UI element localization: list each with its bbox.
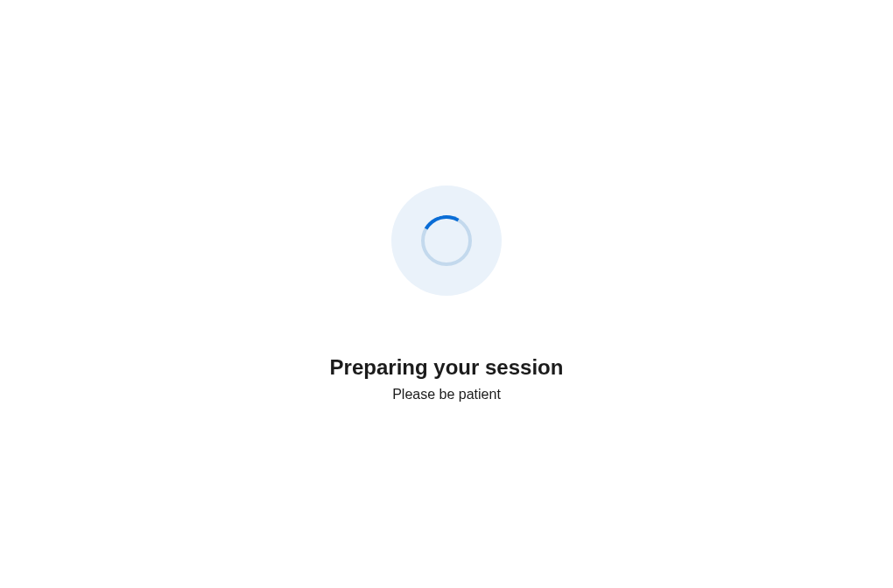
loading-spinner-icon [421, 215, 472, 266]
loading-subtext: Please be patient [392, 387, 501, 402]
spinner-container [391, 186, 502, 296]
loading-heading: Preparing your session [330, 355, 564, 380]
